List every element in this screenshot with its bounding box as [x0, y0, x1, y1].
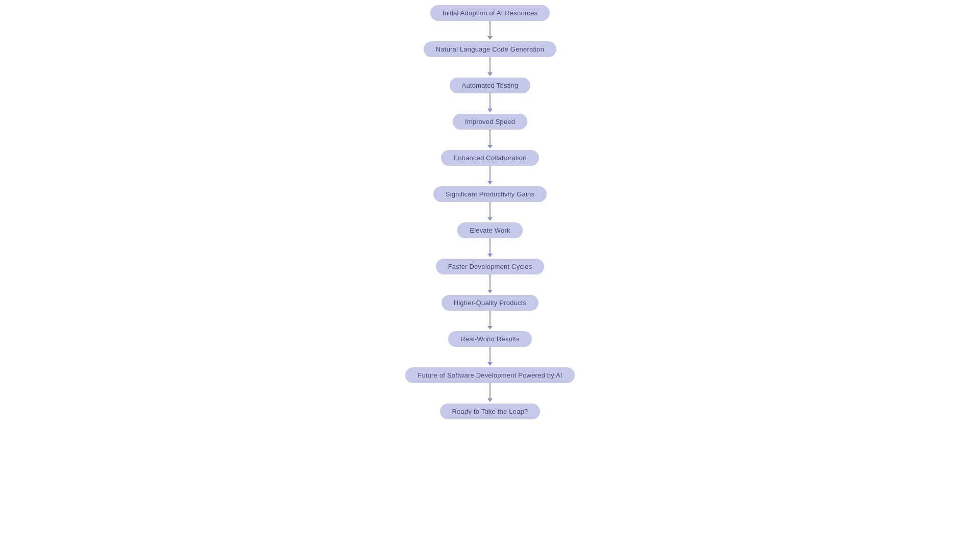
node-improved-speed: Improved Speed: [453, 114, 527, 130]
node-faster-development: Faster Development Cycles: [436, 259, 545, 274]
arrow-7: [487, 238, 493, 259]
arrow-10: [487, 347, 493, 367]
arrow-8: [487, 274, 493, 295]
node-higher-quality: Higher-Quality Products: [442, 295, 539, 311]
node-future-software: Future of Software Development Powered b…: [405, 367, 574, 383]
arrow-9: [487, 311, 493, 331]
arrow-1: [487, 21, 493, 41]
arrow-2: [487, 57, 493, 78]
node-automated-testing: Automated Testing: [450, 78, 531, 93]
arrow-3: [487, 93, 493, 114]
arrow-5: [487, 166, 493, 186]
flowchart: Initial Adoption of AI Resources Natural…: [0, 0, 980, 551]
arrow-6: [487, 202, 493, 222]
node-initial-adoption: Initial Adoption of AI Resources: [430, 5, 550, 21]
arrow-4: [487, 130, 493, 150]
node-real-world-results: Real-World Results: [448, 331, 531, 347]
node-productivity-gains: Significant Productivity Gains: [433, 186, 547, 202]
node-elevate-work: Elevate Work: [457, 222, 522, 238]
node-ready-leap: Ready to Take the Leap?: [440, 404, 541, 419]
arrow-11: [487, 383, 493, 404]
node-natural-language: Natural Language Code Generation: [424, 41, 556, 57]
node-enhanced-collaboration: Enhanced Collaboration: [441, 150, 538, 166]
